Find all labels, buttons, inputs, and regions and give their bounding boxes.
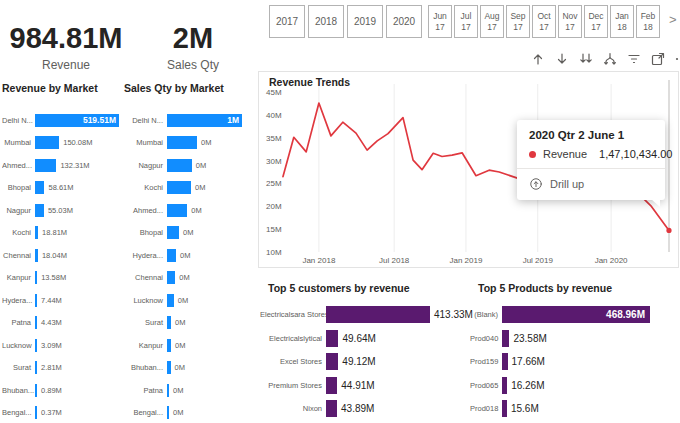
- bar-prod018[interactable]: [502, 400, 507, 417]
- bar-delhi-n[interactable]: 1M: [167, 114, 242, 127]
- value-label: 44.91M: [341, 380, 374, 391]
- bar-surat[interactable]: [167, 316, 171, 329]
- bar-bhopal[interactable]: [35, 181, 44, 194]
- month-button-nov-17[interactable]: Nov17: [558, 5, 582, 38]
- bar-hydera[interactable]: [35, 294, 37, 307]
- chevron-right-icon[interactable]: >: [669, 12, 677, 27]
- bar-prod159[interactable]: [502, 353, 508, 370]
- hovered-data-point[interactable]: [666, 228, 671, 233]
- category-label: Kochi: [124, 183, 167, 192]
- bar-chennai[interactable]: [167, 271, 175, 284]
- bar-row-electricalslytical: Electricalslytical49.64M: [260, 327, 472, 351]
- bar-bhopal[interactable]: [167, 226, 179, 239]
- month-button-jun-17[interactable]: Jun17: [428, 5, 452, 38]
- category-label: Bhopal: [124, 228, 167, 237]
- bar-blank[interactable]: 468.96M: [502, 306, 650, 323]
- bar-bhuban[interactable]: [167, 361, 171, 374]
- category-label: Hydera...: [124, 251, 167, 260]
- y-tick-label: 30M: [266, 157, 282, 166]
- bar-track: 0M: [167, 406, 255, 419]
- category-label: Nixon: [260, 404, 326, 413]
- month-button-dec-17[interactable]: Dec17: [584, 5, 608, 38]
- bar-row-prod159: Prod15917.66M: [470, 350, 680, 374]
- bar-hydera[interactable]: [167, 249, 176, 262]
- bar-bengal[interactable]: [167, 406, 169, 419]
- month-button-jan-18[interactable]: Jan18: [610, 5, 634, 38]
- bar-nixon[interactable]: [326, 400, 337, 417]
- bar-track: 16.26M: [502, 377, 680, 394]
- bar-lucknow[interactable]: [35, 339, 37, 352]
- focus-mode-icon[interactable]: [650, 51, 666, 67]
- more-options-icon[interactable]: [674, 51, 680, 67]
- bar-bhuban[interactable]: [35, 384, 37, 397]
- month-button-sep-17[interactable]: Sep17: [506, 5, 530, 38]
- value-label: 23.58M: [513, 333, 546, 344]
- drill-down-icon[interactable]: [554, 51, 570, 67]
- value-label: 0M: [175, 318, 185, 327]
- bar-ahmed[interactable]: [35, 159, 56, 172]
- bar-nagpur[interactable]: [167, 159, 192, 172]
- bar-row-bhopal: Bhopal58.61M: [2, 177, 122, 200]
- bar-row-chennai: Chennai18.04M: [2, 244, 122, 267]
- bar-ahmed[interactable]: [167, 204, 187, 217]
- year-button-2020[interactable]: 2020: [386, 5, 422, 38]
- year-button-2017[interactable]: 2017: [269, 5, 305, 38]
- next-level-icon[interactable]: [578, 51, 594, 67]
- value-label: 0.89M: [41, 386, 62, 395]
- value-label: 0M: [175, 341, 185, 350]
- year-button-2018[interactable]: 2018: [308, 5, 344, 38]
- expand-all-levels-icon[interactable]: [602, 51, 618, 67]
- bar-row-bhuban: Bhuban...0M: [124, 357, 255, 380]
- bar-row-nagpur: Nagpur0M: [124, 154, 255, 177]
- drill-up-icon[interactable]: [530, 51, 546, 67]
- category-label: Ahmed...: [2, 161, 35, 170]
- bar-kochi[interactable]: [167, 181, 191, 194]
- bar-lucknow[interactable]: [167, 294, 174, 307]
- bar-delhi-n[interactable]: 519.51M: [35, 114, 119, 127]
- bar-prod065[interactable]: [502, 377, 507, 394]
- bar-mumbai[interactable]: [167, 136, 197, 149]
- bar-nagpur[interactable]: [35, 204, 44, 217]
- bar-bengal[interactable]: [35, 406, 37, 419]
- bar-mumbai[interactable]: [35, 136, 59, 149]
- bar-electricalslytical[interactable]: [326, 330, 338, 347]
- category-label: Ahmed...: [124, 206, 167, 215]
- bar-kochi[interactable]: [35, 226, 38, 239]
- category-label: Kanpur: [2, 273, 35, 282]
- bar-electricalsara-stores[interactable]: [326, 306, 430, 323]
- bar-prod040[interactable]: [502, 330, 509, 347]
- value-label: 17.66M: [512, 356, 545, 367]
- bar-excel-stores[interactable]: [326, 353, 338, 370]
- bar-rows: Delhi N...1MMumbai0MNagpur0MKochi0MAhmed…: [124, 109, 255, 423]
- year-label: 18: [643, 22, 652, 33]
- x-tick-label: Jan 2020: [595, 256, 628, 265]
- month-label: Sep: [510, 11, 525, 22]
- y-tick-label: 15M: [266, 225, 282, 234]
- bar-patna[interactable]: [167, 384, 169, 397]
- year-button-2019[interactable]: 2019: [347, 5, 383, 38]
- month-button-oct-17[interactable]: Oct17: [532, 5, 556, 38]
- bar-kanpur[interactable]: [35, 271, 37, 284]
- month-button-jul-17[interactable]: Jul17: [454, 5, 478, 38]
- bar-row-prod018: Prod01815.6M: [470, 397, 680, 421]
- bar-track: 15.6M: [502, 400, 680, 417]
- category-label: Electricalsara Stores: [260, 310, 326, 319]
- month-button-aug-17[interactable]: Aug17: [480, 5, 504, 38]
- x-tick-label: Jul 2019: [523, 256, 554, 265]
- drill-up-action[interactable]: Drill up: [529, 169, 653, 200]
- bar-kanpur[interactable]: [167, 339, 171, 352]
- bar-row-kanpur: Kanpur0M: [124, 334, 255, 357]
- filter-icon[interactable]: [626, 51, 642, 67]
- chart-title: Revenue by Market: [2, 82, 122, 94]
- bar-patna[interactable]: [35, 316, 37, 329]
- bar-surat[interactable]: [35, 361, 37, 374]
- bar-chennai[interactable]: [35, 249, 38, 262]
- bar-track: 0M: [167, 226, 255, 239]
- category-label: Bhuban...: [2, 386, 35, 395]
- month-button-feb-18[interactable]: Feb18: [636, 5, 660, 38]
- year-label: 17: [487, 22, 496, 33]
- bar-track: 18.04M: [35, 249, 122, 262]
- x-tick-label: Jan 2018: [302, 256, 335, 265]
- category-label: Prod018: [470, 404, 502, 413]
- bar-premium-stores[interactable]: [326, 377, 337, 394]
